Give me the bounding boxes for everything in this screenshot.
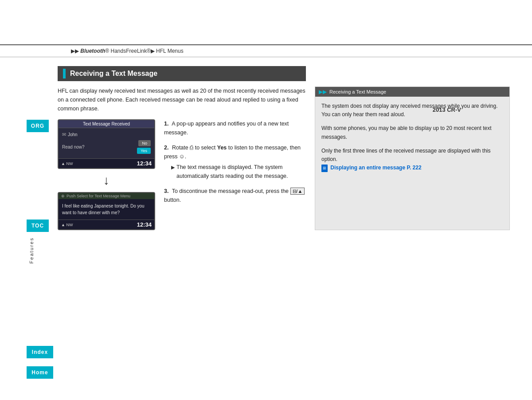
index-button[interactable]: Index bbox=[27, 346, 53, 358]
section-title: Receiving a Text Message bbox=[70, 70, 157, 78]
right-para-1: The system does not display any received… bbox=[321, 102, 503, 119]
left-column: HFL can display newly received text mess… bbox=[58, 86, 306, 230]
section-header: Receiving a Text Message bbox=[58, 66, 306, 81]
features-label: Features bbox=[28, 233, 35, 268]
step3-text: To discontinue the message read-out, pre… bbox=[164, 188, 305, 203]
right-header: ▶▶ Receiving a Text Message bbox=[315, 87, 509, 97]
link-icon: ⊞ bbox=[321, 165, 328, 172]
step2-sub: ▶ The text message is displayed. The sys… bbox=[164, 163, 306, 180]
step2-text: Rotate ⎙ to select Yes to listen to the … bbox=[164, 145, 301, 160]
intro-text: HFL can display newly received text mess… bbox=[58, 86, 306, 113]
screenshots: Text Message Received ✉ John Read now? N… bbox=[58, 119, 155, 230]
push-icon: ⊕ bbox=[61, 194, 65, 198]
right-para-2: With some phones, you may be able to dis… bbox=[321, 124, 503, 141]
right-header-icon: ▶▶ bbox=[319, 89, 327, 95]
steps-column: 1. A pop-up appears and notifies you of … bbox=[164, 119, 306, 211]
displaying-link[interactable]: Displaying an entire message P. 222 bbox=[330, 165, 421, 171]
mail-icon: ✉ bbox=[62, 132, 66, 137]
screen1-btn-no[interactable]: No bbox=[138, 140, 151, 146]
step3-num: 3. bbox=[164, 188, 168, 194]
screen1-body: ✉ John Read now? No Yes bbox=[59, 128, 154, 158]
page-container: ▶▶ Bluetooth® HandsFreeLink®▶ HFL Menus … bbox=[0, 44, 532, 400]
breadcrumb: ▶▶ Bluetooth® HandsFreeLink®▶ HFL Menus bbox=[0, 44, 532, 57]
screen-mockup-1: Text Message Received ✉ John Read now? N… bbox=[58, 119, 155, 169]
screen2-time: 12:34 bbox=[137, 221, 152, 228]
screen2-message: I feel like eating Japanese tonight. Do … bbox=[59, 199, 154, 220]
screen1-direction: ▲ NW bbox=[61, 161, 73, 166]
org-tab[interactable]: ORG bbox=[27, 120, 49, 132]
step-3: 3. To discontinue the message read-out, … bbox=[164, 187, 306, 204]
step1-num: 1. bbox=[164, 121, 168, 127]
screen-mockup-2: ⊕ Push Select for Text Message Menu I fe… bbox=[58, 192, 155, 230]
screen1-time: 12:34 bbox=[137, 160, 152, 167]
screen2-direction: ▲ NW bbox=[61, 223, 73, 227]
section-bar bbox=[63, 69, 66, 78]
step2-arrow-icon: ▶ bbox=[171, 164, 175, 172]
arrow-down: ↓ bbox=[58, 169, 155, 192]
screen2-push-bar: ⊕ Push Select for Text Message Menu bbox=[59, 193, 154, 199]
toc-tab[interactable]: TOC bbox=[27, 220, 49, 232]
screen2-status: ▲ NW 12:34 bbox=[59, 220, 154, 229]
right-body: The system does not display any received… bbox=[315, 97, 509, 177]
step-1: 1. A pop-up appears and notifies you of … bbox=[164, 119, 306, 137]
screen2-push-label: Push Select for Text Message Menu bbox=[66, 194, 130, 198]
screen1-sender-row: ✉ John bbox=[62, 132, 151, 137]
home-button[interactable]: Home bbox=[27, 366, 53, 379]
screen1-sender: John bbox=[68, 132, 78, 137]
screen1-prompt: Read now? bbox=[62, 145, 85, 149]
right-column: ▶▶ Receiving a Text Message The system d… bbox=[315, 86, 510, 230]
right-header-text: Receiving a Text Message bbox=[329, 89, 386, 94]
content-inner: Text Message Received ✉ John Read now? N… bbox=[58, 119, 306, 230]
screen1-status: ▲ NW 12:34 bbox=[59, 158, 154, 168]
step2-sub-text: The text message is displayed. The syste… bbox=[176, 163, 306, 180]
right-para-3: Only the first three lines of the receiv… bbox=[321, 147, 503, 173]
step2-num: 2. bbox=[164, 145, 168, 151]
screen1-title: Text Message Received bbox=[59, 120, 154, 128]
screen1-btn-yes[interactable]: Yes bbox=[137, 148, 151, 154]
step1-text: A pop-up appears and notifies you of a n… bbox=[164, 121, 289, 136]
main-content: Receiving a Text Message HFL can display… bbox=[58, 62, 510, 230]
step-2: 2. Rotate ⎙ to select Yes to listen to t… bbox=[164, 143, 306, 180]
car-model: 2013 CR-V bbox=[433, 106, 461, 113]
